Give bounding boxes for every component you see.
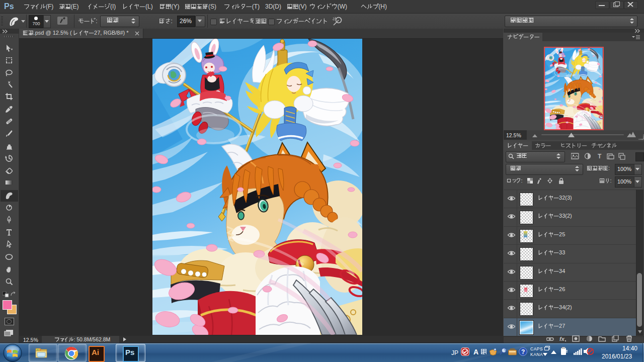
svg-text::: : xyxy=(521,177,523,184)
svg-text:26: 26 xyxy=(559,286,565,292)
svg-text::: : xyxy=(608,165,610,171)
svg-text:(W): (W) xyxy=(338,3,347,10)
svg-text:(S): (S) xyxy=(208,3,216,10)
svg-text:34: 34 xyxy=(559,268,565,274)
svg-text:fx: fx xyxy=(559,336,565,342)
svg-text:25: 25 xyxy=(559,231,565,237)
svg-text:3D(D): 3D(D) xyxy=(265,3,281,10)
svg-text:33(2): 33(2) xyxy=(559,213,572,219)
svg-text:32(3): 32(3) xyxy=(559,195,572,201)
svg-text:(E): (E) xyxy=(71,3,79,10)
svg-text:27, RGB/8#) *: 27, RGB/8#) * xyxy=(94,30,129,36)
svg-text:(L): (L) xyxy=(145,3,153,10)
svg-text::: : xyxy=(610,177,612,184)
svg-text:(F): (F) xyxy=(46,3,53,10)
svg-text:(Y): (Y) xyxy=(172,3,180,10)
svg-text:?: ? xyxy=(521,348,525,355)
svg-text::: : xyxy=(96,18,97,25)
svg-text:27: 27 xyxy=(559,323,565,329)
svg-text:.psd @ 12.5% (: .psd @ 12.5% ( xyxy=(34,30,72,36)
svg-text:(T): (T) xyxy=(252,3,260,10)
svg-text:34(2): 34(2) xyxy=(559,304,572,310)
svg-text:(I): (I) xyxy=(110,3,116,10)
svg-text::: : xyxy=(171,18,173,25)
svg-text:33: 33 xyxy=(559,249,565,255)
svg-text:(V): (V) xyxy=(299,3,307,10)
svg-text:(H): (H) xyxy=(378,3,387,10)
svg-text:T: T xyxy=(598,153,602,160)
svg-text:: 50.8M/562.8M: : 50.8M/562.8M xyxy=(73,336,110,342)
